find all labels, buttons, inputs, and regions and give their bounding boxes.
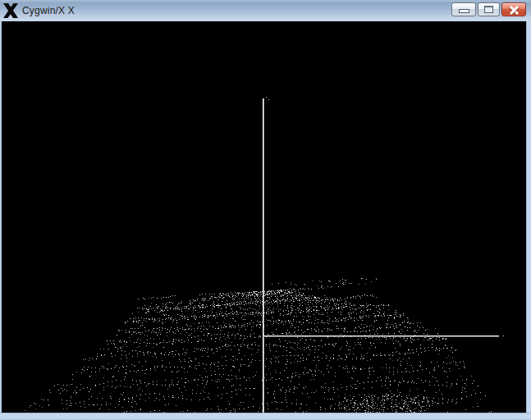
minimize-button[interactable] <box>451 2 476 16</box>
window-controls <box>451 2 526 16</box>
x-logo-icon <box>2 2 19 19</box>
x-display-client-area[interactable] <box>2 21 526 413</box>
maximize-icon <box>484 6 493 13</box>
window-border-bottom[interactable] <box>0 413 531 420</box>
minimize-icon <box>459 9 469 13</box>
point-cloud-canvas[interactable] <box>2 21 526 413</box>
cygwin-x-window: Cygwin/X X <box>0 0 531 420</box>
maximize-button[interactable] <box>478 2 500 16</box>
window-title: Cygwin/X X <box>22 5 75 16</box>
window-border-left <box>0 21 2 420</box>
window-border-right[interactable] <box>526 21 531 420</box>
close-icon <box>510 5 519 14</box>
close-button[interactable] <box>501 2 526 16</box>
titlebar[interactable]: Cygwin/X X <box>0 0 531 21</box>
